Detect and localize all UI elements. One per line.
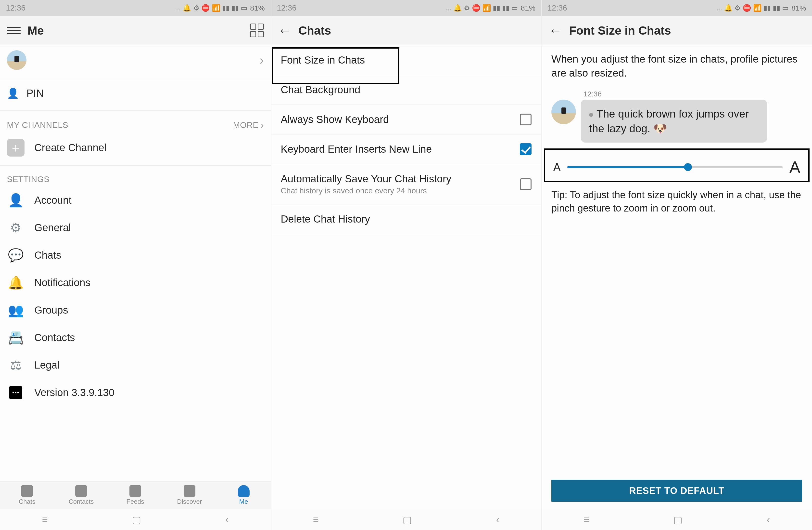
settings-legal[interactable]: ⚖Legal (0, 351, 271, 379)
groups-icon: 👥 (7, 302, 25, 318)
pin-row[interactable]: 👤 PIN (0, 80, 271, 111)
slider-track[interactable] (567, 166, 783, 168)
preview-bubble: The quick brown fox jumps over the lazy … (581, 100, 767, 142)
back-icon[interactable]: ← (278, 24, 291, 37)
row-enter-new-line[interactable]: Keyboard Enter Inserts New Line (271, 135, 541, 164)
qr-icon[interactable] (250, 24, 264, 37)
preview-time: 12:36 (583, 90, 802, 98)
page-title: Font Size in Chats (569, 24, 671, 37)
settings-list: 👤Account ⚙General 💬Chats 🔔Notifications … (0, 186, 271, 406)
reset-button[interactable]: RESET TO DEFAULT (551, 480, 802, 502)
tab-discover[interactable]: Discover (162, 482, 217, 509)
tab-contacts[interactable]: Contacts (54, 482, 108, 509)
app-bar: Me (0, 16, 271, 45)
bottom-nav: Chats Contacts Feeds Discover Me (0, 481, 271, 509)
legal-icon: ⚖ (7, 357, 25, 373)
settings-chats[interactable]: 💬Chats (0, 241, 271, 269)
nav-recent-icon[interactable]: ≡ (42, 514, 48, 525)
back-icon[interactable]: ← (549, 24, 562, 37)
app-bar: ← Chats (271, 16, 541, 45)
settings-general[interactable]: ⚙General (0, 214, 271, 241)
bell-icon: 🔔 (7, 275, 25, 291)
status-time: 12:36 (277, 3, 296, 13)
system-nav: ≡ ▢ ‹ (271, 509, 541, 530)
plus-icon: ＋ (7, 139, 25, 156)
pin-label: PIN (27, 87, 44, 99)
chats-settings-list: Font Size in Chats Chat Background Alway… (271, 45, 541, 509)
preview-avatar (551, 100, 576, 124)
settings-groups[interactable]: 👥Groups (0, 296, 271, 324)
contacts-icon: 📇 (7, 330, 25, 346)
settings-notifications[interactable]: 🔔Notifications (0, 269, 271, 296)
chat-icon: 💬 (7, 247, 25, 263)
status-icons: ... 🔔 ⚙ ⛔ 📶 ▮▮ ▮▮ ▭ 81% (716, 4, 806, 12)
page-title: Me (27, 24, 44, 37)
menu-icon[interactable] (7, 27, 20, 34)
system-nav: ≡ ▢ ‹ (541, 509, 812, 530)
nav-back-icon[interactable]: ‹ (767, 514, 770, 525)
chat-preview: 12:36 The quick brown fox jumps over the… (541, 87, 812, 149)
checkbox[interactable] (520, 143, 532, 155)
chats-icon (21, 485, 33, 497)
status-dot-icon (589, 113, 593, 117)
font-size-slider[interactable]: A A (547, 153, 807, 181)
channels-more[interactable]: MORE › (233, 120, 264, 130)
nav-home-icon[interactable]: ▢ (403, 514, 412, 525)
account-icon: 👤 (7, 192, 25, 208)
chevron-right-icon: › (260, 53, 264, 68)
screen-font-size: 12:36 ... 🔔 ⚙ ⛔ 📶 ▮▮ ▮▮ ▭ 81% ← Font Siz… (541, 0, 812, 530)
status-bar: 12:36 ... 🔔 ⚙ ⛔ 📶 ▮▮ ▮▮ ▭ 81% (541, 0, 812, 16)
settings-version[interactable]: Version 3.3.9.130 (0, 379, 271, 406)
chevron-right-icon: › (260, 120, 264, 130)
gear-icon: ⚙ (7, 220, 25, 236)
create-channel-row[interactable]: ＋ Create Channel (0, 133, 271, 166)
screen-chats-settings: 12:36 ... 🔔 ⚙ ⛔ 📶 ▮▮ ▮▮ ▭ 81% ← Chats Fo… (271, 0, 541, 530)
profile-row[interactable]: › (0, 45, 271, 80)
contacts-icon (75, 485, 87, 497)
me-body: › 👤 PIN MY CHANNELS MORE › ＋ Create Chan… (0, 45, 271, 481)
checkbox[interactable] (520, 114, 532, 125)
status-bar: 12:36 ... 🔔 ⚙ ⛔ 📶 ▮▮ ▮▮ ▭ 81% (0, 0, 271, 16)
nav-recent-icon[interactable]: ≡ (313, 514, 318, 525)
person-icon: 👤 (7, 88, 17, 99)
status-time: 12:36 (548, 3, 567, 13)
row-chat-background[interactable]: Chat Background (271, 75, 541, 105)
nav-back-icon[interactable]: ‹ (225, 514, 229, 525)
nav-home-icon[interactable]: ▢ (673, 514, 683, 525)
checkbox[interactable] (520, 178, 532, 190)
status-icons: ... 🔔 ⚙ ⛔ 📶 ▮▮ ▮▮ ▭ 81% (446, 4, 535, 12)
row-auto-save-history[interactable]: Automatically Save Your Chat History Cha… (271, 164, 541, 205)
slider-thumb[interactable] (684, 163, 692, 171)
tab-me[interactable]: Me (217, 482, 271, 509)
system-nav: ≡ ▢ ‹ (0, 509, 271, 530)
page-title: Chats (299, 24, 331, 37)
channels-header: MY CHANNELS MORE › (0, 111, 271, 133)
small-a-icon: A (553, 161, 561, 173)
tab-chats[interactable]: Chats (0, 482, 54, 509)
settings-account[interactable]: 👤Account (0, 186, 271, 214)
slider-fill (567, 166, 688, 168)
me-icon (238, 485, 250, 497)
description: When you adjust the font size in chats, … (541, 45, 812, 87)
discover-icon (184, 485, 195, 497)
screen-me: 12:36 ... 🔔 ⚙ ⛔ 📶 ▮▮ ▮▮ ▭ 81% Me › 👤 PIN… (0, 0, 271, 530)
status-time: 12:36 (6, 3, 26, 13)
app-bar: ← Font Size in Chats (541, 16, 812, 45)
feeds-icon (129, 485, 141, 497)
avatar (7, 50, 27, 70)
big-a-icon: A (789, 158, 800, 177)
status-bar: 12:36 ... 🔔 ⚙ ⛔ 📶 ▮▮ ▮▮ ▭ 81% (271, 0, 541, 16)
row-always-show-keyboard[interactable]: Always Show Keyboard (271, 105, 541, 135)
nav-back-icon[interactable]: ‹ (496, 514, 499, 525)
settings-header: SETTINGS (0, 166, 271, 186)
bbm-icon (7, 385, 25, 401)
nav-recent-icon[interactable]: ≡ (583, 514, 589, 525)
font-size-body: When you adjust the font size in chats, … (541, 45, 812, 509)
row-delete-history[interactable]: Delete Chat History (271, 205, 541, 234)
status-icons: ... 🔔 ⚙ ⛔ 📶 ▮▮ ▮▮ ▭ 81% (175, 4, 265, 12)
tip-text: Tip: To adjust the font size quickly whe… (541, 181, 812, 222)
row-font-size[interactable]: Font Size in Chats (271, 45, 541, 75)
nav-home-icon[interactable]: ▢ (132, 514, 141, 525)
settings-contacts[interactable]: 📇Contacts (0, 324, 271, 351)
tab-feeds[interactable]: Feeds (108, 482, 162, 509)
